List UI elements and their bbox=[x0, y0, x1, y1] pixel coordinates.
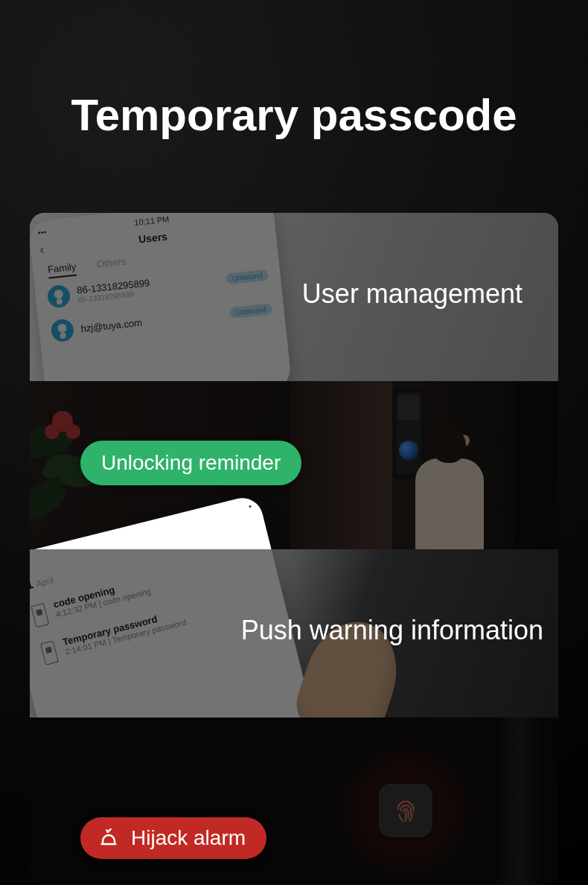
alarm-bell-icon bbox=[97, 826, 121, 850]
page-title: Temporary passcode bbox=[0, 89, 588, 141]
feature-stack: ••• 10:11 PM ▭ ‹ Users Family Others 86-… bbox=[30, 213, 558, 885]
hijack-alarm-label: Hijack alarm bbox=[131, 826, 246, 850]
page: Temporary passcode ••• 10:11 PM ▭ ‹ User… bbox=[0, 0, 588, 885]
card-label: User management bbox=[302, 278, 523, 310]
card-hijack-alarm: Hijack alarm bbox=[30, 718, 558, 885]
card-push-warning: •• 21April code opening 4:12:32 PM | cod… bbox=[30, 549, 558, 718]
card-label: Push warning information bbox=[241, 615, 543, 646]
unlocking-reminder-pill: Unlocking reminder bbox=[80, 441, 301, 485]
card-user-management: ••• 10:11 PM ▭ ‹ Users Family Others 86-… bbox=[30, 213, 558, 381]
hijack-alarm-pill: Hijack alarm bbox=[80, 817, 266, 859]
dim-overlay bbox=[30, 718, 558, 885]
card-unlocking-reminder: Unlocking reminder bbox=[30, 381, 558, 549]
